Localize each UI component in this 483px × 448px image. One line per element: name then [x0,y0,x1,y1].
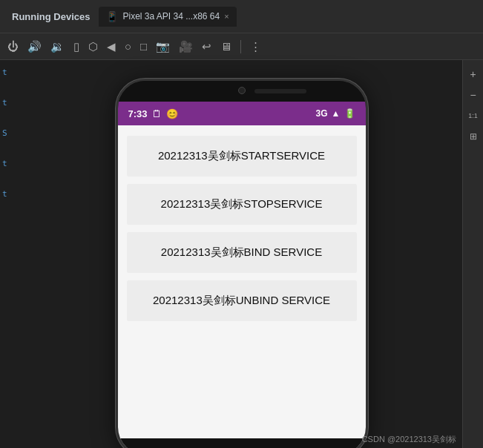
gutter-letter-2: t [0,98,13,108]
status-signal-icon: ▲ [332,108,341,119]
toolbar-separator [240,40,241,53]
recents-nav-icon[interactable]: □ [140,40,147,53]
camera-icon[interactable]: 📷 [156,40,170,53]
zoom-out-button[interactable]: − [465,87,482,103]
zoom-in-button[interactable]: + [465,66,482,82]
watermark: CSDN @20212313吴剑标 [362,434,456,445]
screen-icon[interactable]: 🖥 [220,40,231,53]
phone-body: 20212313吴剑标STARTSERVICE 20212313吴剑标STOPS… [118,125,366,448]
start-service-label: 20212313吴剑标STARTSERVICE [158,149,325,163]
volume-down-icon[interactable]: 🔉 [50,40,65,53]
gutter-letter-3: S [0,128,13,138]
unbind-service-button[interactable]: 20212313吴剑标UNBIND SERVICE [127,280,357,321]
status-left: 7:33 🗒 😊 [128,108,178,119]
status-bar: 7:33 🗒 😊 3G ▲ 🔋 [118,102,366,125]
bind-service-label: 20212313吴剑标BIND SERVICE [161,246,322,260]
status-battery-icon: 🔋 [344,108,355,119]
phone-speaker [254,89,306,93]
phone-frame: 7:33 🗒 😊 3G ▲ 🔋 20212313吴剑标STARTSERVICE … [116,79,368,448]
running-devices-title: Running Devices [6,11,96,22]
status-alarm-icon: 😊 [166,108,178,119]
tab-device-icon: 📱 [106,11,118,22]
actual-size-button[interactable]: 1:1 [465,108,482,124]
bind-service-button[interactable]: 20212313吴剑标BIND SERVICE [127,232,357,273]
more-options-icon[interactable]: ⋮ [250,40,261,53]
right-panel: + − 1:1 ⊞ [462,60,483,448]
gutter-letter-4: t [0,159,13,168]
app-content: 20212313吴剑标STARTSERVICE 20212313吴剑标STOPS… [118,125,366,448]
device-fold-icon[interactable]: ⬡ [88,40,98,53]
stop-service-button[interactable]: 20212313吴剑标STOPSERVICE [127,184,357,225]
toolbar: ⏻ 🔊 🔉 ▯ ⬡ ◀ ○ □ 📷 🎥 ↩ 🖥 ⋮ [0,33,483,60]
top-bar: Running Devices 📱 Pixel 3a API 34 ...x86… [0,0,483,33]
phone-bottom-bar [118,438,366,448]
tab-close-button[interactable]: × [224,12,229,21]
tab-label: Pixel 3a API 34 ...x86 64 [122,11,220,22]
home-nav-icon[interactable]: ○ [125,40,131,53]
main-content: t t S t t 7:33 🗒 😊 3G ▲ 🔋 [0,60,483,448]
status-sim-icon: 🗒 [152,108,162,119]
phone-camera [238,87,246,94]
status-time: 7:33 [128,108,148,119]
phone-top [118,81,366,102]
video-icon[interactable]: 🎥 [179,40,193,53]
fit-screen-button[interactable]: ⊞ [465,128,482,145]
side-gutter: t t S t t [0,60,13,448]
status-icons-right: 3G ▲ 🔋 [316,108,355,119]
device-rotate-icon[interactable]: ▯ [73,40,79,53]
gutter-letter-1: t [0,67,13,77]
back-nav-icon[interactable]: ◀ [107,40,116,53]
gutter-letter-5: t [0,189,13,199]
status-network-text: 3G [316,108,328,119]
stop-service-label: 20212313吴剑标STOPSERVICE [161,197,323,211]
undo-icon[interactable]: ↩ [202,40,211,53]
volume-up-icon[interactable]: 🔊 [27,40,42,53]
start-service-button[interactable]: 20212313吴剑标STARTSERVICE [127,136,357,177]
unbind-service-label: 20212313吴剑标UNBIND SERVICE [153,294,330,308]
device-tab[interactable]: 📱 Pixel 3a API 34 ...x86 64 × [99,7,236,27]
power-icon[interactable]: ⏻ [7,40,19,53]
